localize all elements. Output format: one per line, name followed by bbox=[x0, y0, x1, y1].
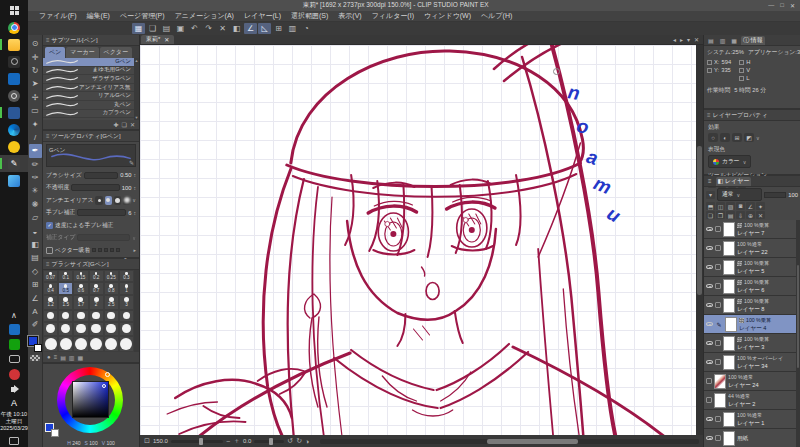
subtool-item[interactable]: リアルGペン bbox=[43, 92, 139, 101]
stepper-icon[interactable]: ↕ bbox=[134, 210, 137, 216]
brush-size-cell[interactable] bbox=[58, 336, 73, 353]
zoom-out-icon[interactable]: − bbox=[226, 438, 230, 445]
close-button[interactable]: ✕ bbox=[790, 2, 795, 9]
menu-item[interactable]: 編集(E) bbox=[82, 11, 115, 21]
speaker-icon[interactable] bbox=[3, 383, 25, 395]
brush-size-cell[interactable]: 0.1 bbox=[58, 270, 73, 282]
new-folder-icon[interactable]: ▤ bbox=[726, 211, 735, 219]
brush-size-value[interactable]: 0.50 bbox=[120, 172, 131, 178]
brush-footer-icon[interactable]: ≡ bbox=[54, 354, 58, 360]
register-stroke-icon[interactable]: ✎ bbox=[129, 159, 134, 166]
layer-checkbox[interactable] bbox=[715, 245, 721, 251]
layer-row[interactable]: 100 %乗算 レイヤー 6 bbox=[704, 277, 800, 296]
tray-expand-icon[interactable]: ∧ bbox=[11, 311, 17, 320]
brush-size-cell[interactable] bbox=[119, 322, 134, 336]
frame-border-tool[interactable]: ⊞ bbox=[29, 278, 42, 291]
eyedropper-tool[interactable]: / bbox=[29, 131, 42, 144]
subtool-tab[interactable]: マーカー bbox=[66, 47, 98, 58]
snap-special-ruler-icon[interactable]: ◺ bbox=[258, 23, 271, 34]
menu-item[interactable]: ヘルプ(H) bbox=[476, 11, 517, 21]
subtool-item[interactable]: カブラペン bbox=[43, 110, 139, 119]
zoom-in-icon[interactable]: ＋ bbox=[233, 436, 240, 446]
brush-size-cell[interactable]: 1.2 bbox=[43, 295, 58, 310]
layer-row[interactable]: 100 %乗算 レイヤー 7 bbox=[704, 220, 800, 239]
extract-line-effect-icon[interactable]: ◩ bbox=[744, 133, 754, 142]
tray-green-app-icon[interactable] bbox=[3, 338, 25, 350]
saturation-value-box[interactable] bbox=[72, 381, 109, 418]
delete-icon[interactable]: ✕ bbox=[216, 23, 229, 34]
brush-footer-icon[interactable]: ▥ bbox=[69, 354, 75, 361]
taskbar-clock[interactable]: 午後 10:10 土曜日 2025/03/29 bbox=[0, 411, 28, 432]
ruler-tool[interactable]: ∠ bbox=[29, 291, 42, 304]
redo-icon[interactable]: ↷ bbox=[202, 23, 215, 34]
layer-checkbox[interactable] bbox=[715, 283, 721, 289]
layer-row[interactable]: 100 %乗算 レイヤー 4 bbox=[704, 315, 800, 334]
brush-size-cell[interactable]: 3 bbox=[119, 295, 134, 310]
visibility-eye-icon[interactable] bbox=[706, 436, 713, 441]
stabilize-slider[interactable] bbox=[77, 209, 126, 216]
line-correct-tool[interactable]: ✐ bbox=[29, 318, 42, 331]
subtool-item[interactable]: まゆ毛用Gペン bbox=[43, 67, 139, 76]
brush-footer-icon[interactable]: ▦ bbox=[77, 354, 83, 361]
selection-tool[interactable]: ▭ bbox=[29, 104, 42, 117]
layer-row[interactable]: 100 %通常 レイヤー 22 bbox=[704, 239, 800, 258]
snap-ruler-icon[interactable]: ∠ bbox=[244, 23, 257, 34]
visibility-eye-icon[interactable] bbox=[706, 360, 713, 365]
brush-size-cell[interactable] bbox=[73, 310, 88, 322]
layer-scrollbar[interactable] bbox=[796, 220, 800, 447]
brush-size-cell[interactable]: 0.5 bbox=[58, 282, 73, 295]
pencil-tool[interactable]: ✏ bbox=[29, 158, 42, 171]
brush-size-cell[interactable] bbox=[58, 322, 73, 336]
antialias-middle-button[interactable] bbox=[114, 196, 121, 205]
brush-size-cell[interactable]: 0.3 bbox=[119, 270, 134, 282]
canvas[interactable]: noamu bbox=[140, 45, 696, 435]
layer-checkbox[interactable] bbox=[706, 378, 712, 384]
brush-size-cell[interactable]: 0.15 bbox=[73, 270, 88, 282]
layer-thumbnail[interactable] bbox=[723, 336, 735, 351]
text-tool[interactable]: A bbox=[29, 305, 42, 318]
chevron-down-icon[interactable]: ∨ bbox=[132, 235, 136, 241]
add-subtool-icon[interactable]: ✚ bbox=[114, 121, 119, 128]
rotate-cw-icon[interactable]: ↻ bbox=[296, 437, 302, 445]
layer-checkbox[interactable] bbox=[715, 321, 723, 327]
eraser-tool[interactable]: ▱ bbox=[29, 211, 42, 224]
tray-red-badge-icon[interactable] bbox=[3, 368, 25, 380]
fill-icon[interactable]: ◧ bbox=[230, 23, 243, 34]
brush-size-cell[interactable] bbox=[89, 310, 104, 322]
onion-skin-icon[interactable]: ◔ bbox=[300, 23, 313, 34]
chevron-right-icon[interactable]: ▸ bbox=[133, 247, 136, 253]
save-icon[interactable]: ▣ bbox=[174, 23, 187, 34]
menu-item[interactable]: レイヤー(L) bbox=[239, 11, 286, 21]
chevron-down-icon[interactable]: ∨ bbox=[756, 135, 760, 141]
menu-item[interactable]: 選択範囲(S) bbox=[286, 11, 333, 21]
light-table-icon[interactable]: ▥ bbox=[286, 23, 299, 34]
taskbar-app-icon[interactable] bbox=[0, 172, 28, 189]
hue-marker[interactable] bbox=[105, 372, 110, 377]
layer-row[interactable]: 100 %通常 レイヤー 1 bbox=[704, 410, 800, 429]
brush-size-cell[interactable] bbox=[119, 310, 134, 322]
brush-size-cell[interactable]: 1 bbox=[119, 282, 134, 295]
delete-layer-icon[interactable]: ✕ bbox=[756, 211, 765, 219]
correction-type-options[interactable] bbox=[77, 234, 130, 241]
copy-subtool-icon[interactable]: ❏ bbox=[122, 121, 127, 128]
stabilize-value[interactable]: 6 bbox=[128, 210, 131, 216]
navigator-tab-icon[interactable]: ▤ bbox=[706, 37, 716, 44]
brush-size-cell[interactable]: 1.5 bbox=[58, 295, 73, 310]
document-tab[interactable]: 東莉* ✕ bbox=[141, 35, 174, 44]
tone-effect-icon[interactable]: ◐ bbox=[720, 133, 730, 142]
brush-size-cell[interactable] bbox=[89, 336, 104, 353]
brush-size-cell[interactable] bbox=[89, 322, 104, 336]
new-file-icon[interactable]: ❏ bbox=[146, 23, 159, 34]
tab-scroll-left-icon[interactable]: ◂ bbox=[673, 36, 676, 43]
set-reference-icon[interactable]: ✦ bbox=[756, 202, 765, 210]
subtool-scrollbar[interactable]: ▲▼ bbox=[134, 58, 139, 120]
gradient-tool[interactable]: ▤ bbox=[29, 251, 42, 264]
brush-size-cell[interactable] bbox=[43, 336, 58, 353]
taskbar-app-icon[interactable] bbox=[0, 2, 28, 19]
layer-search-tab-icon[interactable]: ≡ bbox=[706, 178, 714, 184]
blend-tool[interactable]: ◒ bbox=[29, 224, 42, 237]
menu-item[interactable]: ページ管理(P) bbox=[115, 11, 170, 21]
tab-scroll-right-icon[interactable]: ▸ bbox=[680, 36, 683, 43]
layer-checkbox[interactable] bbox=[715, 359, 721, 365]
panel-menu-icon[interactable]: ≡ bbox=[46, 261, 50, 267]
